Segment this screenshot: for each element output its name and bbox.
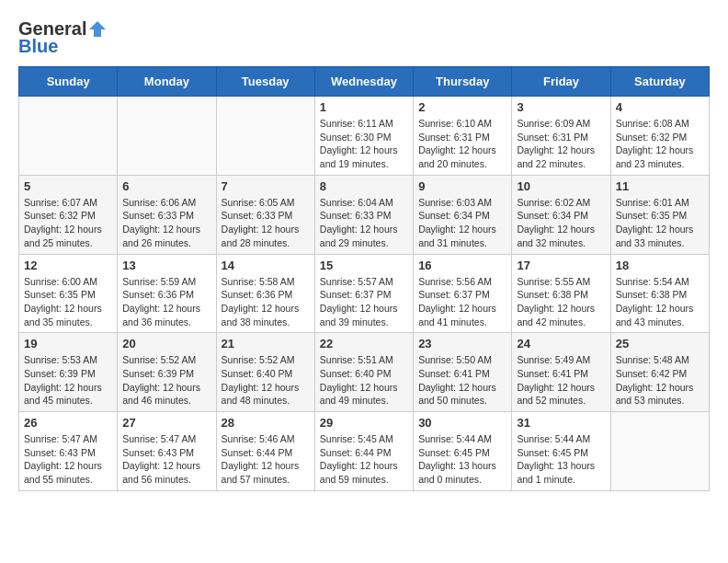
weekday-header-saturday: Saturday [610,67,709,97]
calendar-day-cell: 23Sunrise: 5:50 AM Sunset: 6:41 PM Dayli… [414,333,512,412]
day-info: Sunrise: 6:10 AM Sunset: 6:31 PM Dayligh… [418,117,506,171]
calendar-day-cell: 6Sunrise: 6:06 AM Sunset: 6:33 PM Daylig… [118,175,216,254]
calendar-day-cell: 28Sunrise: 5:46 AM Sunset: 6:44 PM Dayli… [216,412,314,491]
day-number: 14 [222,259,310,272]
day-info: Sunrise: 5:51 AM Sunset: 6:40 PM Dayligh… [320,353,408,408]
calendar-day-cell: 21Sunrise: 5:52 AM Sunset: 6:40 PM Dayli… [216,333,314,412]
calendar-day-cell: 7Sunrise: 6:05 AM Sunset: 6:33 PM Daylig… [216,175,314,254]
day-number: 31 [517,416,605,430]
weekday-header-friday: Friday [512,67,610,97]
weekday-header-sunday: Sunday [19,67,118,97]
day-number: 24 [517,337,605,350]
day-info: Sunrise: 5:59 AM Sunset: 6:36 PM Dayligh… [122,275,210,329]
day-info: Sunrise: 6:00 AM Sunset: 6:35 PM Dayligh… [24,275,112,329]
day-number: 13 [122,259,210,272]
day-number: 27 [122,416,210,430]
day-number: 28 [222,416,310,430]
weekday-header-thursday: Thursday [414,67,512,97]
day-info: Sunrise: 5:49 AM Sunset: 6:41 PM Dayligh… [517,353,605,408]
day-info: Sunrise: 5:50 AM Sunset: 6:41 PM Dayligh… [418,353,506,408]
day-info: Sunrise: 5:55 AM Sunset: 6:38 PM Dayligh… [517,275,605,329]
day-number: 3 [517,100,605,114]
day-number: 2 [418,100,506,114]
calendar-day-cell: 18Sunrise: 5:54 AM Sunset: 6:38 PM Dayli… [610,254,709,333]
calendar-day-cell: 3Sunrise: 6:09 AM Sunset: 6:31 PM Daylig… [512,97,610,176]
calendar-day-cell: 29Sunrise: 5:45 AM Sunset: 6:44 PM Dayli… [314,412,413,491]
day-number: 22 [320,337,408,350]
calendar-day-cell: 25Sunrise: 5:48 AM Sunset: 6:42 PM Dayli… [610,333,709,412]
page-header: General Blue [18,18,710,57]
calendar-empty-cell [118,97,216,176]
calendar-day-cell: 4Sunrise: 6:08 AM Sunset: 6:32 PM Daylig… [610,97,709,176]
day-number: 29 [320,416,408,430]
calendar-day-cell: 15Sunrise: 5:57 AM Sunset: 6:37 PM Dayli… [314,254,413,333]
day-number: 17 [517,259,605,272]
day-number: 6 [122,179,210,193]
day-info: Sunrise: 6:07 AM Sunset: 6:32 PM Dayligh… [24,196,112,250]
calendar-day-cell: 22Sunrise: 5:51 AM Sunset: 6:40 PM Dayli… [314,333,413,412]
day-number: 1 [320,100,408,114]
day-info: Sunrise: 6:04 AM Sunset: 6:33 PM Dayligh… [320,196,408,250]
calendar-day-cell: 17Sunrise: 5:55 AM Sunset: 6:38 PM Dayli… [512,254,610,333]
calendar-day-cell: 9Sunrise: 6:03 AM Sunset: 6:34 PM Daylig… [414,175,512,254]
day-number: 12 [24,259,112,272]
day-number: 15 [320,259,408,272]
calendar-day-cell: 10Sunrise: 6:02 AM Sunset: 6:34 PM Dayli… [512,175,610,254]
day-number: 20 [122,337,210,350]
day-number: 7 [222,179,310,193]
calendar-empty-cell [610,412,709,491]
day-info: Sunrise: 6:01 AM Sunset: 6:35 PM Dayligh… [616,196,704,250]
calendar-day-cell: 2Sunrise: 6:10 AM Sunset: 6:31 PM Daylig… [414,97,512,176]
day-number: 19 [24,337,112,350]
calendar-day-cell: 20Sunrise: 5:52 AM Sunset: 6:39 PM Dayli… [118,333,216,412]
calendar-day-cell: 14Sunrise: 5:58 AM Sunset: 6:36 PM Dayli… [216,254,314,333]
day-number: 21 [222,337,310,350]
day-number: 11 [616,179,704,193]
day-number: 23 [418,337,506,350]
day-info: Sunrise: 5:53 AM Sunset: 6:39 PM Dayligh… [24,353,112,408]
calendar-day-cell: 11Sunrise: 6:01 AM Sunset: 6:35 PM Dayli… [610,175,709,254]
day-info: Sunrise: 5:57 AM Sunset: 6:37 PM Dayligh… [320,275,408,329]
day-number: 9 [418,179,506,193]
day-info: Sunrise: 6:11 AM Sunset: 6:30 PM Dayligh… [320,117,408,171]
calendar-week-row: 5Sunrise: 6:07 AM Sunset: 6:32 PM Daylig… [19,175,710,254]
logo: General Blue [18,18,107,57]
day-info: Sunrise: 5:45 AM Sunset: 6:44 PM Dayligh… [320,432,408,487]
weekday-header-monday: Monday [118,67,216,97]
calendar-week-row: 19Sunrise: 5:53 AM Sunset: 6:39 PM Dayli… [19,333,710,412]
calendar-empty-cell [216,97,314,176]
calendar-day-cell: 13Sunrise: 5:59 AM Sunset: 6:36 PM Dayli… [118,254,216,333]
logo-blue: Blue [18,36,58,57]
day-number: 10 [517,179,605,193]
day-info: Sunrise: 5:47 AM Sunset: 6:43 PM Dayligh… [122,432,210,487]
day-info: Sunrise: 5:48 AM Sunset: 6:42 PM Dayligh… [616,353,704,408]
weekday-header-wednesday: Wednesday [314,67,413,97]
day-number: 5 [24,179,112,193]
day-info: Sunrise: 6:03 AM Sunset: 6:34 PM Dayligh… [418,196,506,250]
calendar-day-cell: 31Sunrise: 5:44 AM Sunset: 6:45 PM Dayli… [512,412,610,491]
day-number: 4 [616,100,704,114]
calendar-day-cell: 19Sunrise: 5:53 AM Sunset: 6:39 PM Dayli… [19,333,118,412]
day-info: Sunrise: 6:05 AM Sunset: 6:33 PM Dayligh… [222,196,310,250]
day-info: Sunrise: 5:44 AM Sunset: 6:45 PM Dayligh… [418,432,506,487]
day-number: 8 [320,179,408,193]
calendar-day-cell: 5Sunrise: 6:07 AM Sunset: 6:32 PM Daylig… [19,175,118,254]
logo-arrow-icon [88,20,107,39]
calendar-day-cell: 24Sunrise: 5:49 AM Sunset: 6:41 PM Dayli… [512,333,610,412]
day-info: Sunrise: 5:47 AM Sunset: 6:43 PM Dayligh… [24,432,112,487]
calendar-week-row: 26Sunrise: 5:47 AM Sunset: 6:43 PM Dayli… [19,412,710,491]
calendar-day-cell: 8Sunrise: 6:04 AM Sunset: 6:33 PM Daylig… [314,175,413,254]
calendar-day-cell: 26Sunrise: 5:47 AM Sunset: 6:43 PM Dayli… [19,412,118,491]
day-info: Sunrise: 5:46 AM Sunset: 6:44 PM Dayligh… [222,432,310,487]
day-info: Sunrise: 6:02 AM Sunset: 6:34 PM Dayligh… [517,196,605,250]
day-info: Sunrise: 6:08 AM Sunset: 6:32 PM Dayligh… [616,117,704,171]
svg-marker-0 [89,21,106,37]
day-info: Sunrise: 6:06 AM Sunset: 6:33 PM Dayligh… [122,196,210,250]
day-info: Sunrise: 5:54 AM Sunset: 6:38 PM Dayligh… [616,275,704,329]
calendar-day-cell: 12Sunrise: 6:00 AM Sunset: 6:35 PM Dayli… [19,254,118,333]
day-info: Sunrise: 5:52 AM Sunset: 6:39 PM Dayligh… [122,353,210,408]
calendar-week-row: 12Sunrise: 6:00 AM Sunset: 6:35 PM Dayli… [19,254,710,333]
day-info: Sunrise: 5:44 AM Sunset: 6:45 PM Dayligh… [517,432,605,487]
calendar-week-row: 1Sunrise: 6:11 AM Sunset: 6:30 PM Daylig… [19,97,710,176]
day-number: 25 [616,337,704,350]
